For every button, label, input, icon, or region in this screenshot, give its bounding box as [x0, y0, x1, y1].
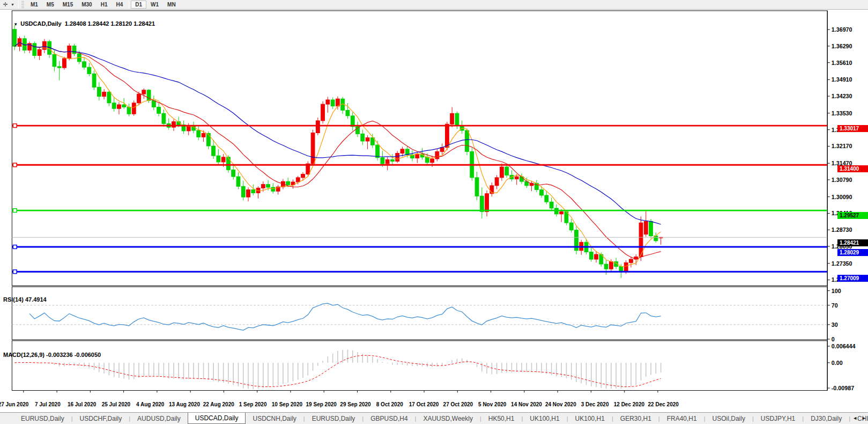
chart-tab-gbpusd-h4[interactable]: GBPUSD,H4	[363, 413, 414, 424]
candle-body	[152, 100, 155, 107]
candle-body	[589, 252, 593, 259]
macd-tick-label: 0.006444	[832, 343, 856, 349]
date-label: 25 Jul 2020	[102, 401, 130, 407]
line-drag-marker[interactable]	[13, 209, 17, 213]
candle-body	[57, 67, 61, 68]
candle-body	[376, 145, 380, 158]
chart-tab-dj30-daily[interactable]: DJ30,Daily	[804, 413, 849, 424]
candle-body	[172, 122, 176, 127]
timeframe-button-m30[interactable]: M30	[77, 1, 96, 9]
candle-body	[609, 262, 613, 269]
chart-canvas[interactable]: 1.369701.362901.356101.349101.342301.335…	[0, 10, 868, 403]
candle-body	[624, 262, 628, 271]
candle-body	[495, 178, 499, 186]
line-drag-marker[interactable]	[13, 270, 17, 274]
candle-body	[127, 107, 131, 114]
caret-down-icon[interactable]: ▼	[11, 3, 14, 6]
chart-tab-xauusd-weekly[interactable]: XAUUSD,Weekly	[416, 413, 479, 424]
rsi-pane[interactable]	[12, 287, 827, 340]
candle-body	[385, 159, 389, 164]
chart-tab-audusd-daily[interactable]: AUDUSD,Daily	[130, 413, 188, 424]
candle-body	[431, 159, 434, 163]
line-drag-marker[interactable]	[13, 163, 17, 167]
tab-scroll-right-icon[interactable]: ►	[862, 415, 866, 421]
timeframe-button-h4[interactable]: H4	[112, 1, 127, 9]
chart-tab-ger30-h1[interactable]: GER30,H1	[613, 413, 658, 424]
date-label: 13 Aug 2020	[169, 401, 200, 407]
price-tick-label: 1.34910	[832, 76, 852, 83]
candle-body	[560, 211, 563, 214]
candle-body	[102, 92, 106, 96]
candle-body	[604, 264, 608, 269]
candle-body	[321, 104, 325, 121]
chart-tab-uk100-h1[interactable]: UK100,H1	[568, 413, 612, 424]
candle-body	[217, 156, 220, 162]
candle-body	[271, 187, 275, 191]
date-label: 17 Oct 2020	[409, 401, 439, 407]
chart-tab-usoil-daily[interactable]: USOil,Daily	[706, 413, 752, 424]
candle-body	[122, 105, 126, 107]
timeframe-button-d1[interactable]: D1	[131, 1, 146, 9]
main-pane[interactable]	[12, 11, 827, 286]
timeframe-button-h1[interactable]: H1	[97, 1, 112, 9]
timeframe-button-m5[interactable]: M5	[42, 1, 58, 9]
price-tick-label: 1.33530	[832, 110, 852, 116]
candle-body	[53, 54, 56, 67]
price-tick-label: 1.36970	[832, 26, 852, 33]
chart-tab-uk100-h1[interactable]: UK100,H1	[523, 413, 566, 424]
chart-area[interactable]: 1.369701.362901.356101.349101.342301.335…	[0, 10, 868, 403]
candle-body	[286, 181, 290, 185]
candle-body	[475, 178, 479, 196]
candle-body	[117, 105, 121, 108]
line-drag-marker[interactable]	[13, 124, 17, 128]
candle-body	[396, 153, 399, 162]
current-price-label: 1.28421	[837, 239, 868, 246]
candle-body	[251, 190, 255, 193]
candle-body	[142, 90, 146, 94]
candle-body	[445, 124, 449, 147]
toolbar-grip-handle[interactable]	[21, 1, 24, 9]
timeframe-button-m1[interactable]: M1	[26, 1, 42, 9]
timeframe-button-m15[interactable]: M15	[58, 1, 77, 9]
candle-body	[157, 107, 161, 114]
date-label: 5 Nov 2020	[478, 401, 506, 407]
chart-tab-usdcad-daily[interactable]: USDCAD,Daily	[188, 412, 246, 424]
candle-body	[162, 113, 166, 123]
candle-body	[455, 113, 459, 126]
rsi-tick-label: 70	[832, 302, 838, 309]
line-drag-marker[interactable]	[13, 245, 17, 249]
chart-tab-eurusd-daily[interactable]: EURUSD,Daily	[14, 413, 71, 424]
candle-body	[485, 194, 489, 212]
candle-body	[197, 130, 201, 137]
candle-body	[500, 167, 503, 178]
date-label: 8 Oct 2020	[376, 401, 403, 407]
hline-price-label: 1.31400	[837, 165, 868, 172]
chart-tab-usdjpy-h1[interactable]: USDJPY,H1	[754, 413, 802, 424]
crosshair-cursor-icon[interactable]: ✛	[0, 1, 11, 9]
candle-body	[390, 159, 394, 161]
candle-body	[68, 46, 71, 59]
chart-tab-fra40-h1[interactable]: FRA40,H1	[660, 413, 704, 424]
chart-tab-eurusd-daily[interactable]: EURUSD,Daily	[305, 413, 362, 424]
candle-body	[97, 87, 101, 96]
candle-body	[316, 121, 320, 133]
candle-body	[540, 190, 544, 195]
timeframe-button-mn[interactable]: MN	[163, 1, 180, 9]
chart-tab-usdchf-daily[interactable]: USDCHF,Daily	[73, 413, 129, 424]
chart-tab-hk50-h1[interactable]: HK50,H1	[481, 413, 522, 424]
rsi-indicator-label: RSI(14) 47.4914	[3, 296, 47, 303]
chart-dropdown-icon[interactable]: ▼	[13, 22, 18, 27]
chart-tab-usdcnh-daily[interactable]: USDCNH,Daily	[246, 413, 303, 424]
timeframe-button-w1[interactable]: W1	[146, 1, 163, 9]
tab-scroll-left-icon[interactable]: ◄	[852, 415, 857, 421]
date-axis: 27 Jun 20207 Jul 202016 Jul 202025 Jul 2…	[0, 401, 868, 410]
candle-body	[569, 223, 573, 230]
price-tick-label: 1.34230	[832, 93, 852, 99]
candle-body	[261, 185, 265, 188]
candle-body	[227, 157, 231, 170]
candle-body	[595, 254, 598, 259]
date-label: 22 Dec 2020	[648, 401, 679, 407]
candle-body	[465, 130, 469, 151]
date-label: 12 Dec 2020	[614, 401, 644, 407]
price-tick-label: 1.27350	[832, 260, 852, 267]
